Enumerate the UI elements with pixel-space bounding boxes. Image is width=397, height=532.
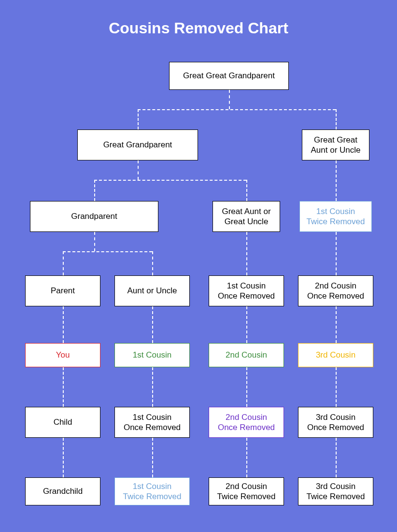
node-2nd-cousin-twice-removed: 2nd CousinTwice Removed	[209, 477, 284, 505]
connector	[152, 306, 153, 343]
connector	[94, 180, 95, 201]
node-1st-cousin-once-removed-upper: 1st CousinOnce Removed	[209, 275, 284, 306]
connector	[336, 306, 337, 343]
connector	[152, 367, 153, 407]
connector	[336, 438, 337, 477]
connector	[336, 109, 337, 129]
node-parent: Parent	[25, 275, 100, 306]
connector	[246, 367, 247, 407]
connector	[336, 367, 337, 407]
node-2nd-cousin-once-removed-lower: 2nd CousinOnce Removed	[209, 407, 284, 438]
connector	[63, 251, 152, 252]
connector	[152, 251, 153, 275]
cousins-removed-chart: Cousins Removed Chart Great Great Grandp…	[0, 0, 397, 532]
connector	[246, 232, 247, 275]
node-3rd-cousin: 3rd Cousin	[298, 343, 373, 367]
node-1st-cousin: 1st Cousin	[114, 343, 190, 367]
node-grandchild: Grandchild	[25, 477, 100, 505]
connector	[63, 306, 64, 343]
node-great-great-aunt-uncle: Great GreatAunt or Uncle	[302, 129, 369, 160]
node-you: You	[25, 343, 100, 367]
node-great-grandparent: Great Grandparent	[77, 129, 198, 160]
connector	[246, 180, 247, 201]
node-1st-cousin-once-removed-lower: 1st CousinOnce Removed	[114, 407, 190, 438]
node-great-aunt-great-uncle: Great Aunt orGreat Uncle	[213, 201, 280, 232]
node-great-great-grandparent: Great Great Grandparent	[169, 62, 289, 90]
connector	[63, 251, 64, 275]
connector	[138, 160, 139, 180]
connector	[138, 109, 336, 110]
node-2nd-cousin: 2nd Cousin	[209, 343, 284, 367]
node-1st-cousin-twice-removed-upper: 1st CousinTwice Removed	[299, 201, 372, 232]
connector	[94, 232, 95, 251]
node-child: Child	[25, 407, 100, 438]
connector	[138, 109, 139, 129]
connector	[246, 438, 247, 477]
node-3rd-cousin-twice-removed: 3rd CousinTwice Removed	[298, 477, 373, 505]
node-1st-cousin-twice-removed-lower: 1st CousinTwice Removed	[114, 477, 190, 505]
page-title: Cousins Removed Chart	[0, 19, 397, 37]
node-grandparent: Grandparent	[30, 201, 158, 232]
connector	[246, 306, 247, 343]
connector	[336, 232, 337, 275]
connector	[336, 160, 337, 201]
connector	[63, 367, 64, 407]
connector	[229, 90, 230, 109]
node-aunt-or-uncle: Aunt or Uncle	[114, 275, 190, 306]
connector	[152, 438, 153, 477]
connector	[94, 180, 246, 181]
node-2nd-cousin-once-removed-upper: 2nd CousinOnce Removed	[298, 275, 373, 306]
node-3rd-cousin-once-removed: 3rd CousinOnce Removed	[298, 407, 373, 438]
connector	[63, 438, 64, 477]
